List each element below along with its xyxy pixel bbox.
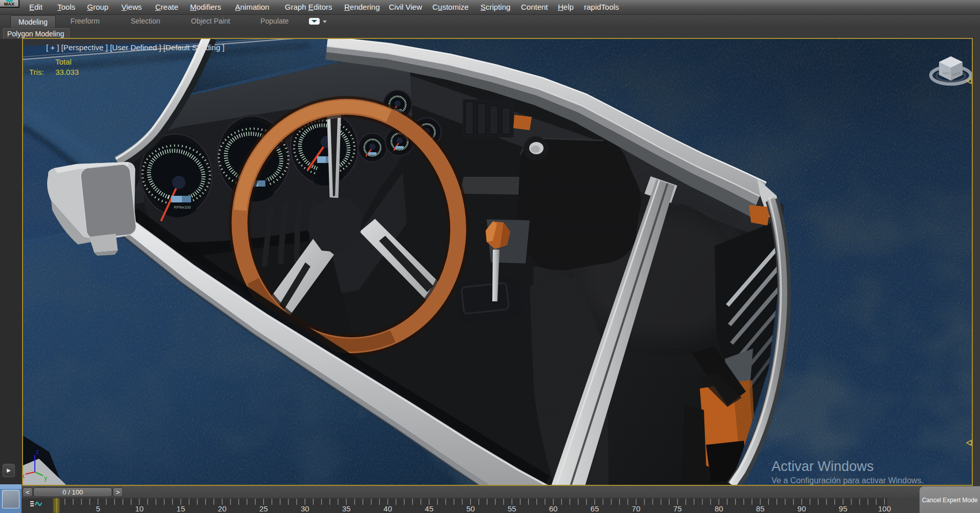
svg-text:25: 25 (259, 504, 268, 513)
svg-text:30: 30 (301, 504, 309, 513)
svg-text:75: 75 (673, 504, 682, 513)
svg-text:70: 70 (632, 504, 640, 513)
svg-text:15: 15 (177, 504, 185, 513)
svg-text:100: 100 (878, 504, 891, 513)
svg-text:10: 10 (135, 504, 144, 513)
svg-text:65: 65 (591, 504, 599, 513)
svg-text:95: 95 (839, 504, 847, 513)
svg-text:35: 35 (342, 504, 351, 513)
svg-text:45: 45 (425, 504, 433, 513)
svg-text:55: 55 (508, 504, 516, 513)
svg-text:50: 50 (466, 504, 475, 513)
svg-text:80: 80 (715, 504, 723, 513)
svg-text:y: y (44, 475, 47, 482)
svg-text:85: 85 (756, 504, 765, 513)
svg-text:5: 5 (96, 504, 100, 513)
svg-text:z: z (36, 448, 39, 456)
svg-text:x: x (23, 473, 25, 480)
svg-text:60: 60 (549, 504, 558, 513)
svg-text:40: 40 (384, 504, 392, 513)
svg-text:90: 90 (798, 504, 806, 513)
svg-text:RPMx100: RPMx100 (174, 205, 191, 210)
svg-text:20: 20 (218, 504, 226, 513)
